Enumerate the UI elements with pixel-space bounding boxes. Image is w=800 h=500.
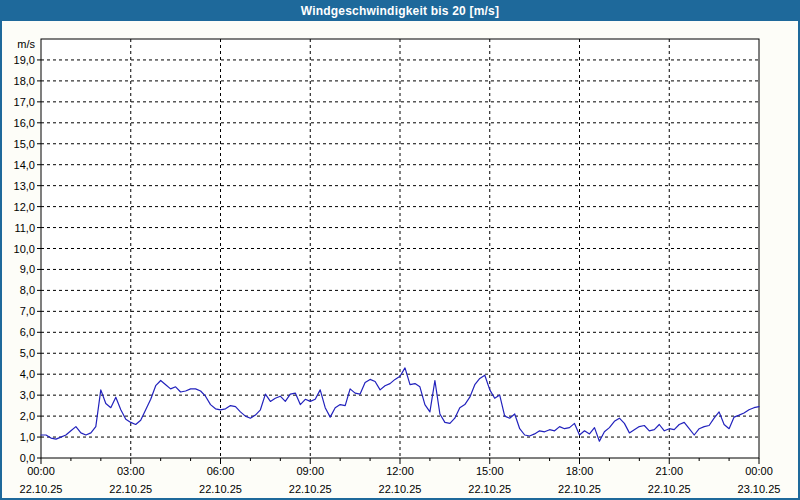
y-tick-label: 0,0 — [20, 452, 35, 464]
y-tick-label: 12,0 — [14, 201, 35, 213]
x-date-label: 22.10.25 — [199, 483, 242, 495]
y-tick-label: 1,0 — [20, 431, 35, 443]
x-date-label: 22.10.25 — [289, 483, 332, 495]
y-tick-label: 18,0 — [14, 75, 35, 87]
x-date-label: 22.10.25 — [109, 483, 152, 495]
x-date-label: 22.10.25 — [648, 483, 691, 495]
x-time-label: 09:00 — [296, 465, 324, 477]
y-tick-label: 13,0 — [14, 180, 35, 192]
x-date-label: 22.10.25 — [20, 483, 63, 495]
y-tick-label: 14,0 — [14, 159, 35, 171]
y-tick-label: 10,0 — [14, 243, 35, 255]
x-time-label: 00:00 — [27, 465, 55, 477]
y-tick-label: 6,0 — [20, 326, 35, 338]
y-tick-label: 5,0 — [20, 347, 35, 359]
y-tick-label: 4,0 — [20, 368, 35, 380]
x-date-label: 22.10.25 — [468, 483, 511, 495]
x-date-label: 22.10.25 — [379, 483, 422, 495]
y-tick-label: 19,0 — [14, 54, 35, 66]
y-tick-label: 8,0 — [20, 284, 35, 296]
y-tick-label: 16,0 — [14, 117, 35, 129]
y-tick-label: 17,0 — [14, 96, 35, 108]
x-time-label: 06:00 — [207, 465, 235, 477]
x-time-label: 21:00 — [655, 465, 683, 477]
x-time-label: 03:00 — [117, 465, 145, 477]
x-date-label: 22.10.25 — [558, 483, 601, 495]
x-time-label: 00:00 — [745, 465, 773, 477]
y-tick-label: 3,0 — [20, 389, 35, 401]
x-time-label: 18:00 — [566, 465, 594, 477]
y-tick-label: 2,0 — [20, 410, 35, 422]
wind-speed-chart: 0,01,02,03,04,05,06,07,08,09,010,011,012… — [0, 0, 800, 500]
y-tick-label: 9,0 — [20, 263, 35, 275]
y-tick-label: 11,0 — [14, 222, 35, 234]
x-time-label: 15:00 — [476, 465, 504, 477]
y-tick-label: 15,0 — [14, 138, 35, 150]
x-time-label: 12:00 — [386, 465, 414, 477]
x-date-label: 23.10.25 — [738, 483, 781, 495]
y-axis-unit-label: m/s — [17, 38, 35, 50]
y-tick-label: 7,0 — [20, 305, 35, 317]
app-window: Windgeschwindigkeit bis 20 [m/s] 0,01,02… — [0, 0, 800, 500]
